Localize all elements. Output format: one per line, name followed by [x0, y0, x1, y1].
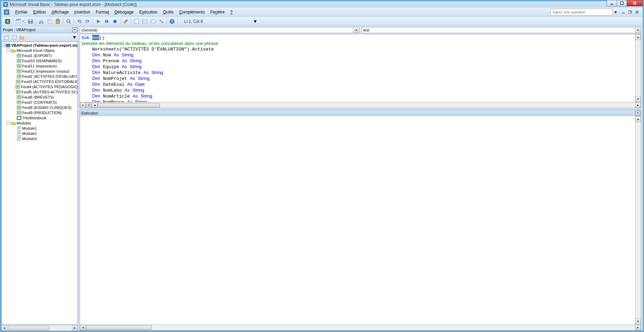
menu-insert[interactable]: Insertion — [72, 9, 93, 16]
undo-icon[interactable] — [75, 18, 83, 25]
cut-icon[interactable] — [37, 18, 45, 25]
tree-sheet-item[interactable]: Feuil3 (ACTIVITÉS ÉDITORIALE — [2, 79, 78, 84]
redo-icon[interactable] — [84, 18, 91, 25]
svg-rect-45 — [17, 54, 21, 57]
mdi-restore-button[interactable] — [627, 9, 633, 15]
immediate-panel-close-button[interactable]: ✕ — [635, 111, 640, 116]
project-panel-close-button[interactable]: ✕ — [72, 27, 77, 32]
svg-rect-23 — [56, 20, 60, 24]
svg-rect-15 — [16, 19, 20, 20]
tree-folder-modules[interactable]: − Modules — [2, 120, 78, 126]
menu-file[interactable]: Fichier — [12, 9, 30, 16]
paste-icon[interactable] — [54, 18, 62, 25]
ask-question-input[interactable] — [551, 9, 613, 16]
code-hscroll[interactable]: ≡ ☰ ◄ ► — [80, 102, 641, 108]
vscroll-up-arrow[interactable]: ▲ — [635, 116, 641, 122]
hscroll-right-arrow[interactable]: ► — [635, 325, 641, 330]
svg-text:V: V — [5, 3, 7, 7]
hscroll-right-arrow[interactable]: ► — [635, 103, 641, 108]
tree-folder-objects[interactable]: − Microsoft Excel Objets — [2, 48, 78, 53]
toggle-folders-icon[interactable] — [18, 34, 25, 41]
code-editor[interactable]: Sub test() 'prendre les éléments du tabl… — [80, 34, 635, 102]
code-vscroll[interactable]: ▲ ▼ — [635, 34, 641, 102]
hscroll-left-arrow[interactable]: ◄ — [1, 325, 7, 331]
object-browser-icon[interactable] — [149, 18, 157, 25]
tree-sheet-item[interactable]: Feuil6 (BREVETS) — [2, 94, 78, 100]
tree-module-item[interactable]: Module3 — [2, 136, 78, 141]
menu-run[interactable]: Exécution — [136, 9, 160, 16]
menu-help[interactable]: ? — [227, 9, 235, 16]
svg-rect-95 — [17, 106, 21, 109]
reset-icon[interactable] — [111, 18, 119, 25]
menu-tools[interactable]: Outils — [160, 9, 177, 16]
object-dropdown[interactable]: (Général) ▼ — [80, 27, 359, 33]
svg-rect-65 — [17, 75, 21, 78]
break-icon[interactable] — [103, 18, 110, 25]
full-module-view-button[interactable]: ☰ — [86, 102, 92, 108]
hscroll-left-arrow[interactable]: ◄ — [92, 103, 98, 108]
view-code-icon[interactable] — [3, 34, 10, 41]
svg-rect-28 — [107, 20, 108, 23]
project-explorer-icon[interactable] — [133, 18, 140, 25]
save-icon[interactable] — [27, 18, 34, 25]
tree-sheet-item[interactable]: Feuil2 (ACTIVITÉS D'ÉVALUATI — [2, 74, 78, 79]
view-excel-icon[interactable]: X — [4, 18, 11, 25]
find-icon[interactable] — [65, 18, 72, 25]
tree-sheet-item[interactable]: ThisWorkbook — [2, 115, 78, 120]
procedure-view-button[interactable]: ≡ — [80, 102, 86, 108]
help-icon[interactable]: ? — [168, 18, 176, 25]
chevron-down-icon[interactable]: ▼ — [353, 27, 359, 33]
tree-sheet-item[interactable]: Feuil9 (PRODUCTION) — [2, 110, 78, 115]
close-button[interactable] — [627, 0, 643, 6]
menu-addins[interactable]: Compléments — [176, 9, 207, 16]
tree-sheet-item[interactable]: Feuil11 (impression) — [2, 63, 78, 68]
project-tree[interactable]: − VBAProject (Tableau-pour-export.xlsm) … — [1, 42, 78, 325]
menu-window[interactable]: Fenêtre — [207, 9, 227, 16]
minimize-button[interactable] — [607, 0, 617, 6]
tree-sheet-item[interactable]: Feuil4 (ACTIVITÉS PÉDAGOGIQ — [2, 84, 78, 89]
maximize-button[interactable] — [617, 0, 627, 6]
tree-sheet-item[interactable]: Feuil5 (AUTRES ACTIVITÉS SCI — [2, 89, 78, 94]
tree-root[interactable]: − VBAProject (Tableau-pour-export.xlsm) — [2, 43, 78, 48]
tree-sheet-item[interactable]: Feuil1 (EXPORT) — [2, 53, 78, 58]
tree-sheet-item[interactable]: Feuil8 (ESSAIS CLINIQUES) — [2, 105, 78, 110]
design-mode-icon[interactable] — [122, 18, 129, 25]
vscroll-up-arrow[interactable]: ▲ — [635, 34, 641, 40]
cursor-position: Li 1, Col 9 — [182, 18, 205, 25]
toolbar-overflow-arrow[interactable]: ▾ — [253, 18, 257, 25]
hscroll-left-arrow[interactable]: ◄ — [80, 325, 86, 330]
vscroll-down-arrow[interactable]: ▼ — [635, 96, 641, 102]
svg-rect-27 — [105, 20, 106, 23]
immediate-window[interactable] — [80, 116, 635, 324]
tree-sheet-item[interactable]: Feuil10 (SEMINAIRES) — [2, 58, 78, 63]
svg-rect-111 — [17, 131, 21, 136]
insert-userform-icon[interactable] — [15, 18, 22, 25]
view-object-icon[interactable] — [11, 34, 18, 41]
hscroll-right-arrow[interactable]: ► — [72, 325, 78, 331]
project-tree-hscroll[interactable]: ◄ ► — [1, 325, 78, 331]
mdi-minimize-button[interactable] — [620, 9, 626, 15]
svg-rect-100 — [17, 111, 21, 114]
question-dropdown-arrow[interactable]: ▾ — [613, 8, 618, 16]
vscroll-down-arrow[interactable]: ▼ — [635, 319, 641, 324]
procedure-dropdown[interactable]: test ▼ — [361, 27, 641, 33]
immediate-hscroll[interactable]: ◄ ► — [80, 324, 641, 330]
menu-debug[interactable]: Débogage — [112, 9, 136, 16]
tree-sheet-item[interactable]: Feuil7 (CONTRATS) — [2, 100, 78, 105]
tree-module-item[interactable]: Module1 — [2, 126, 78, 131]
menu-view[interactable]: Affichage — [49, 9, 72, 16]
menu-edit[interactable]: Edition — [30, 9, 49, 16]
tree-module-item[interactable]: Module2 — [2, 131, 78, 136]
toolbox-icon[interactable] — [158, 18, 165, 25]
tree-sheet-item[interactable]: Feuil12 (impression (voulu)) — [2, 68, 78, 74]
menu-format[interactable]: Format — [93, 9, 112, 16]
properties-window-icon[interactable] — [141, 18, 149, 25]
immediate-vscroll[interactable]: ▲ ▼ — [635, 116, 641, 324]
panel-toolbar-scroll[interactable]: ▾ — [72, 34, 77, 41]
svg-rect-17 — [29, 20, 32, 21]
run-icon[interactable] — [95, 18, 102, 25]
copy-icon[interactable] — [46, 18, 53, 25]
mdi-close-button[interactable] — [634, 9, 640, 15]
chevron-down-icon[interactable]: ▼ — [635, 27, 641, 33]
insert-dropdown-arrow[interactable]: ▾ — [23, 20, 24, 23]
